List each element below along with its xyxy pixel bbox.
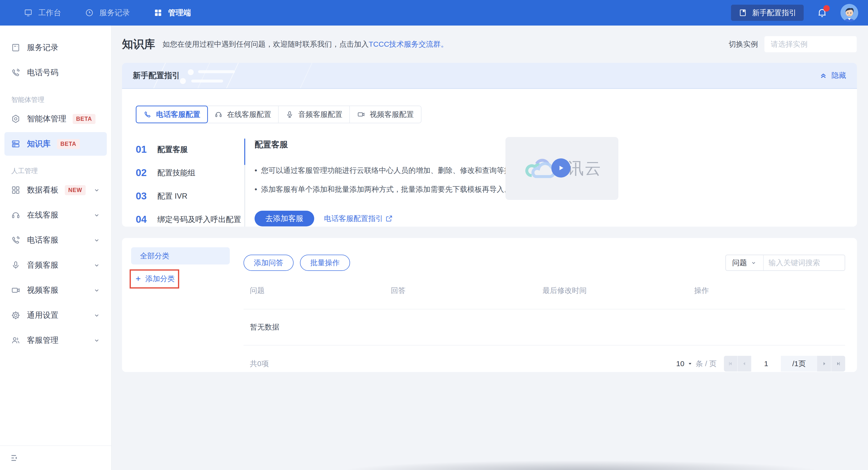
- category-all[interactable]: 全部分类: [131, 247, 230, 264]
- tutorial-video-thumbnail[interactable]: 讯云: [505, 137, 618, 200]
- go-add-agent-button[interactable]: 去添加客服: [254, 211, 314, 227]
- chevron-down-icon: [93, 262, 100, 269]
- sidebar-item-service-records[interactable]: 服务记录: [4, 36, 107, 59]
- notifications-button[interactable]: [816, 7, 828, 19]
- sidebar-item-agent-management[interactable]: 智能体管理 BETA: [4, 107, 107, 130]
- tab-audio-config[interactable]: 音频客服配置: [279, 106, 350, 123]
- phone-config-guide-link[interactable]: 电话客服配置指引: [324, 214, 393, 224]
- pagination: 10 条 / 页 /1页: [676, 356, 845, 372]
- guide-steps: 01 配置客服 02 配置技能组 03 配置 IVR 04 绑定号码及呼入呼出配…: [136, 139, 244, 227]
- guide-body: 01 配置客服 02 配置技能组 03 配置 IVR 04 绑定号码及呼入呼出配…: [136, 139, 857, 227]
- sidebar-item-phone-numbers[interactable]: 电话号码: [4, 61, 107, 85]
- step-detail: 配置客服 您可以通过客服管理功能进行云联络中心人员的增加、删除、修改和查询等操作…: [254, 139, 526, 227]
- step-configure-skill-group[interactable]: 02 配置技能组: [136, 167, 244, 178]
- hide-guide-toggle[interactable]: 隐藏: [819, 70, 846, 81]
- page-number-input[interactable]: [751, 356, 781, 372]
- total-pages-label: /1页: [781, 356, 818, 372]
- collapse-sidebar-icon[interactable]: [10, 453, 20, 463]
- guide-button-label: 新手配置指引: [752, 8, 796, 18]
- phone-icon: [143, 110, 152, 119]
- chevron-down-icon: [93, 337, 100, 344]
- hexagon-icon: [11, 114, 21, 124]
- gear-icon: [11, 311, 21, 320]
- sidebar-item-label: 知识库: [27, 139, 51, 149]
- page-size-unit: 条 / 页: [696, 359, 717, 369]
- topnav-workbench[interactable]: 工作台: [24, 8, 61, 18]
- new-badge: NEW: [65, 185, 86, 195]
- clock-icon: [85, 8, 94, 18]
- last-page-button[interactable]: [831, 356, 845, 372]
- active-step-indicator: [244, 139, 245, 165]
- sidebar-item-label: 数据看板: [27, 185, 58, 196]
- topnav-admin[interactable]: 管理端: [153, 8, 191, 18]
- first-page-icon: [727, 360, 734, 367]
- play-button[interactable]: [551, 158, 570, 178]
- tab-video-config[interactable]: 视频客服配置: [350, 106, 421, 123]
- step-label: 配置客服: [157, 144, 188, 155]
- bullet-text: 添加客服有单个添加和批量添加两种方式，批量添加需要先下载模板再导入。: [261, 184, 512, 195]
- tab-label: 电话客服配置: [156, 110, 200, 120]
- sidebar-item-general-settings[interactable]: 通用设置: [4, 303, 107, 327]
- instance-select-input[interactable]: [765, 36, 857, 52]
- video-camera-icon: [357, 110, 365, 119]
- topbar: 工作台 服务记录 管理端 新手配置指引: [0, 0, 868, 26]
- batch-operation-button[interactable]: 批量操作: [300, 255, 350, 271]
- page-size-value: 10: [676, 359, 684, 368]
- sidebar-item-audio-service[interactable]: 音频客服: [4, 254, 107, 277]
- add-qa-button[interactable]: 添加问答: [244, 255, 293, 271]
- sidebar-item-online-service[interactable]: 在线客服: [4, 203, 107, 227]
- sidebar-item-label: 智能体管理: [27, 113, 66, 124]
- bullet-text: 您可以通过客服管理功能进行云联络中心人员的增加、删除、修改和查询等操作。: [261, 166, 526, 176]
- notification-badge: [823, 5, 830, 11]
- page-size-select[interactable]: 10 条 / 页: [676, 359, 717, 369]
- chevron-down-icon: [750, 260, 757, 266]
- chevron-down-icon: [93, 186, 100, 194]
- prev-page-button[interactable]: [738, 356, 751, 372]
- step-bind-number[interactable]: 04 绑定号码及呼入呼出配置: [136, 214, 244, 225]
- search-field-select[interactable]: 问题: [726, 255, 764, 270]
- sidebar-item-video-service[interactable]: 视频客服: [4, 278, 107, 302]
- sidebar-item-agent-staff-management[interactable]: 客服管理: [4, 328, 107, 352]
- sidebar-section-manual-label: 人工管理: [11, 167, 111, 175]
- page-header: 知识库 如您在使用过程中遇到任何问题，欢迎随时联系我们，点击加入TCCC技术服务…: [112, 26, 868, 63]
- sidebar-footer: [0, 445, 111, 470]
- microphone-icon: [11, 260, 21, 270]
- newbie-guide-panel: 新手配置指引 隐藏 电话客服配置 在线客服配置: [122, 63, 857, 227]
- sidebar-item-label: 客服管理: [27, 335, 58, 346]
- add-category-button[interactable]: 添加分类: [131, 270, 180, 288]
- sidebar-item-phone-service[interactable]: 电话客服: [4, 228, 107, 252]
- step-configure-agent[interactable]: 01 配置客服: [136, 144, 244, 155]
- sidebar-item-knowledge-base[interactable]: 知识库 BETA: [4, 132, 107, 156]
- headset-icon: [11, 210, 21, 220]
- search-input-wrap: [764, 255, 845, 270]
- document-icon: [11, 43, 21, 53]
- plus-icon: [134, 275, 142, 283]
- avatar[interactable]: [840, 4, 858, 22]
- pager: /1页: [724, 356, 845, 372]
- keyword-search-input[interactable]: [769, 255, 845, 270]
- sidebar-item-dashboard[interactable]: 数据看板 NEW: [4, 178, 107, 202]
- cta-row: 去添加客服 电话客服配置指引: [254, 211, 526, 227]
- column-actions: 操作: [694, 286, 793, 296]
- tccc-group-link[interactable]: TCCC技术服务交流群。: [369, 40, 448, 48]
- page-subtitle: 如您在使用过程中遇到任何问题，欢迎随时联系我们，点击加入TCCC技术服务交流群。: [162, 39, 448, 49]
- switch-instance-label: 切换实例: [728, 39, 758, 49]
- newbie-guide-button[interactable]: 新手配置指引: [731, 5, 804, 21]
- next-page-button[interactable]: [818, 356, 831, 372]
- tab-online-config[interactable]: 在线客服配置: [208, 106, 279, 123]
- category-panel: 全部分类 添加分类: [131, 247, 230, 288]
- step-configure-ivr[interactable]: 03 配置 IVR: [136, 190, 244, 202]
- topnav-service-records[interactable]: 服务记录: [85, 8, 130, 18]
- first-page-button[interactable]: [724, 356, 738, 372]
- tab-phone-config[interactable]: 电话客服配置: [136, 106, 208, 123]
- sidebar-item-label: 在线客服: [27, 210, 58, 221]
- empty-state: 暂无数据: [244, 310, 845, 346]
- headset-icon: [214, 110, 223, 119]
- step-number: 02: [136, 167, 151, 178]
- brand-text: 讯云: [567, 157, 602, 179]
- video-brand: 讯云: [522, 155, 602, 182]
- last-page-icon: [835, 360, 841, 367]
- decoration: [188, 69, 194, 75]
- topbar-nav: 工作台 服务记录 管理端: [24, 8, 191, 18]
- step-number: 03: [136, 190, 151, 202]
